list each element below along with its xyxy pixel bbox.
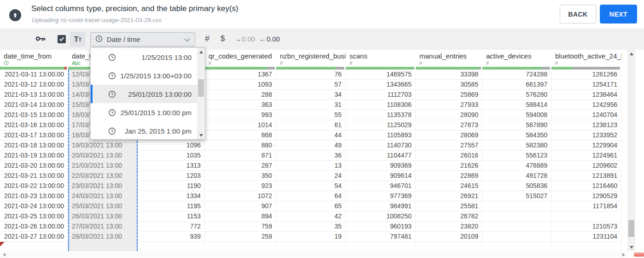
format-option[interactable]: 25/01/2015 1:00:00 pm bbox=[91, 103, 197, 122]
cell bbox=[205, 242, 276, 251]
column-header-qr_codes_generated[interactable]: qr_codes_generated# bbox=[205, 50, 276, 67]
cell bbox=[346, 242, 416, 251]
scroll-right-button[interactable] bbox=[620, 251, 627, 258]
cell: 35 bbox=[276, 222, 346, 231]
cell: 759 bbox=[205, 222, 276, 231]
cell: 661397 bbox=[482, 80, 551, 89]
decrease-decimal-button[interactable]: ←0.00 bbox=[259, 35, 280, 43]
format-option-label: 1/25/2015 13:00+03:00 bbox=[120, 72, 191, 80]
column-header-date_time_from[interactable]: date_time_from bbox=[0, 50, 68, 67]
select-value: Date / time bbox=[107, 35, 140, 43]
cell: 1334 bbox=[138, 191, 205, 201]
cell bbox=[551, 242, 621, 251]
cell: 960193 bbox=[346, 222, 416, 231]
cell: 894 bbox=[205, 211, 276, 221]
scroll-up-button[interactable] bbox=[627, 50, 635, 58]
clock-icon bbox=[108, 109, 116, 117]
cell: 1238123 bbox=[551, 120, 621, 130]
cell bbox=[482, 222, 551, 231]
scroll-down-button[interactable] bbox=[627, 243, 635, 251]
cell: 1093 bbox=[205, 80, 276, 89]
cell: 28069 bbox=[416, 130, 482, 140]
vertical-scrollbar-thumb[interactable] bbox=[628, 220, 634, 237]
back-button[interactable]: BACK bbox=[560, 5, 596, 23]
datetime-format-select[interactable]: Date / time bbox=[90, 32, 195, 47]
column-header-bluetooth_active_24_hr_[interactable]: bluetooth_active_24_hr_# bbox=[551, 50, 621, 67]
cell: 1008250 bbox=[346, 211, 416, 221]
next-button[interactable]: NEXT bbox=[600, 5, 637, 23]
column-header-manual_entries[interactable]: manual_entries# bbox=[416, 50, 482, 67]
cell: 2021-03-13 13:00:00 bbox=[0, 90, 68, 100]
table-row: 2021-03-23 13:00:0024/03/2021 13:0013341… bbox=[0, 191, 621, 201]
cell: 350 bbox=[205, 171, 276, 181]
format-option[interactable]: Jan 25, 2015 1:00 pm bbox=[91, 122, 197, 139]
cell: 30585 bbox=[416, 80, 482, 89]
cell: 23820 bbox=[416, 222, 482, 231]
cell: 946701 bbox=[346, 181, 416, 191]
table-row: 2021-03-21 13:00:0022/03/2021 13:0012033… bbox=[0, 171, 621, 181]
cell: 25869 bbox=[416, 90, 482, 100]
table-row: 2021-03-24 13:00:0025/03/2021 13:0011959… bbox=[0, 201, 621, 211]
cell: 25/03/2021 13:00 bbox=[68, 201, 138, 211]
cell: 1171854 bbox=[551, 201, 621, 211]
cell: 31 bbox=[276, 100, 346, 110]
cell: 1254171 bbox=[551, 80, 621, 89]
format-option[interactable]: 1/25/2015 13:00+03:00 bbox=[91, 66, 197, 85]
cell bbox=[0, 242, 68, 251]
format-option-label: Jan 25, 2015 1:00 pm bbox=[125, 127, 191, 135]
format-option[interactable]: 25/01/2015 13:00:00 bbox=[91, 85, 197, 103]
cell: 22869 bbox=[416, 171, 482, 181]
column-header-active_devices[interactable]: active_devices# bbox=[482, 50, 551, 67]
dropdown-scrollbar-thumb[interactable] bbox=[198, 79, 204, 97]
cell: 1213891 bbox=[551, 171, 621, 181]
column-name: manual_entries bbox=[416, 50, 482, 60]
dropdown-scroll-up-button[interactable] bbox=[197, 48, 205, 56]
cell: 65 bbox=[276, 201, 346, 211]
cell: 1209602 bbox=[551, 161, 621, 170]
dropdown-scrollbar[interactable] bbox=[197, 48, 205, 139]
cell: 1231104 bbox=[551, 232, 621, 241]
cell: 2021-03-11 13:00:00 bbox=[0, 70, 68, 79]
cell: 27873 bbox=[416, 120, 482, 130]
cell: 1135378 bbox=[346, 110, 416, 120]
cell: 556123 bbox=[482, 151, 551, 160]
scroll-left-button[interactable] bbox=[0, 251, 8, 258]
cell: 868 bbox=[205, 130, 276, 140]
cell: 772 bbox=[138, 222, 205, 231]
cell: 1233952 bbox=[551, 130, 621, 140]
row-error-marker bbox=[0, 242, 5, 246]
cell: 28090 bbox=[416, 110, 482, 120]
column-header-nzbn_registered_busine[interactable]: nzbn_registered_busine# bbox=[276, 50, 346, 67]
cell: 1210573 bbox=[551, 222, 621, 231]
cell: 21626 bbox=[416, 161, 482, 170]
datetime-format-dropdown: 1/25/2015 13:001/25/2015 13:00+03:0025/0… bbox=[90, 47, 205, 140]
number-type-indicator: # bbox=[482, 60, 551, 66]
format-option-label: 25/01/2015 13:00:00 bbox=[128, 90, 191, 98]
decrease-decimal-label: 0.00 bbox=[267, 35, 280, 43]
primary-key-icon[interactable] bbox=[35, 35, 46, 44]
column-header-scans[interactable]: scans# bbox=[346, 50, 416, 67]
table-row: 2021-03-25 13:00:0026/03/2021 13:0011538… bbox=[0, 211, 621, 222]
cell: 505836 bbox=[482, 181, 551, 191]
format-option[interactable]: 1/25/2015 13:00 bbox=[91, 48, 197, 66]
vertical-scrollbar[interactable] bbox=[627, 50, 635, 251]
dropdown-scroll-down-button[interactable] bbox=[197, 131, 205, 139]
cell: 26921 bbox=[416, 191, 482, 201]
primary-key-checkbox[interactable] bbox=[58, 35, 66, 43]
number-type-button[interactable]: # bbox=[205, 34, 209, 44]
cell: 907 bbox=[205, 201, 276, 211]
cell: 24 bbox=[276, 171, 346, 181]
cell: 55 bbox=[276, 110, 346, 120]
text-type-button[interactable]: TT bbox=[70, 32, 86, 47]
cell: 61 bbox=[276, 120, 346, 130]
clock-icon bbox=[108, 72, 116, 80]
cell: 23/03/2021 13:00 bbox=[68, 181, 138, 191]
currency-type-button[interactable]: $ bbox=[220, 34, 225, 43]
table-row: 2021-03-27 13:00:0028/03/2021 13:0093925… bbox=[0, 232, 621, 242]
cell: 2021-03-21 13:00:00 bbox=[0, 171, 68, 181]
cell bbox=[482, 211, 551, 221]
table-row: 2021-03-26 13:00:0027/03/2021 13:0077275… bbox=[0, 222, 621, 232]
cell: 2021-03-23 13:00:00 bbox=[0, 191, 68, 201]
increase-decimal-button[interactable]: →0.00 bbox=[234, 35, 255, 43]
horizontal-scrollbar[interactable] bbox=[0, 251, 627, 258]
